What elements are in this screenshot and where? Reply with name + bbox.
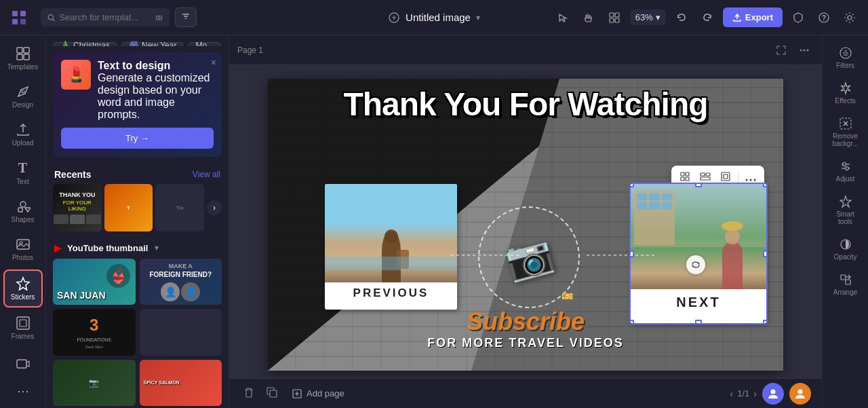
recents-nav-arrow[interactable]: › [207, 200, 222, 215]
search-input[interactable] [59, 12, 151, 22]
left-icon-sidebar: Templates Design Upload T Text [0, 35, 46, 408]
zoom-control[interactable]: 63% ▾ [630, 10, 666, 25]
sidebar-item-design[interactable]: Design [3, 79, 43, 114]
svg-rect-12 [610, 13, 614, 17]
promo-try-button[interactable]: Try → [61, 128, 214, 149]
sidebar-item-frames[interactable]: Frames [3, 310, 43, 346]
sidebar-item-shapes[interactable]: Shapes [3, 193, 43, 229]
handle-bm[interactable] [695, 320, 702, 323]
settings-button[interactable] [840, 8, 860, 27]
smart-tools-icon [839, 195, 852, 208]
handle-mr[interactable] [763, 251, 766, 257]
canvas-inner: Thank You For Watching PREVIOUS [229, 65, 822, 378]
christmas-label: Christmas [73, 41, 110, 46]
handle-tr[interactable] [763, 184, 766, 187]
sidebar-item-templates[interactable]: Templates [3, 41, 43, 76]
svg-text:?: ? [822, 14, 826, 22]
bottom-trash-button[interactable] [240, 384, 258, 404]
promo-description: Generate a customized design based on yo… [98, 72, 214, 121]
thumb-salmon[interactable]: SPICY SALMON [140, 360, 222, 406]
sidebar-item-upload[interactable]: Upload [3, 117, 43, 152]
trash-icon [243, 386, 255, 398]
thumb-foreign[interactable]: MAKE A FOREIGN FRIEND? 👤 👤 [140, 259, 222, 305]
recent-thumb-2[interactable]: T [104, 184, 153, 231]
recent-thumb-3[interactable]: TH [155, 184, 204, 231]
view-button[interactable] [604, 8, 625, 27]
effects-icon [839, 81, 852, 95]
more-dots-icon: ⋯ [17, 384, 29, 398]
float-tb-more[interactable] [741, 170, 760, 186]
right-tool-smart[interactable]: Smart tools [826, 189, 865, 231]
bottom-avatar-2[interactable] [789, 383, 811, 405]
svg-rect-0 [12, 11, 18, 16]
tags-row: 🎄 Christmas 🎆 New Year Mo... [46, 35, 229, 46]
handle-tm[interactable] [695, 184, 702, 187]
handle-ml[interactable] [631, 251, 634, 257]
adjust-icon [839, 160, 852, 173]
handle-bl[interactable] [631, 320, 634, 323]
thumb-empty[interactable] [140, 309, 222, 355]
sidebar-item-stickers[interactable]: Stickers [3, 270, 43, 308]
view-all-button[interactable]: View all [193, 170, 220, 179]
right-tool-opacity[interactable]: Opacity [826, 232, 865, 266]
sidebar-item-more2[interactable]: ⋯ [3, 378, 43, 404]
canvas-expand-button[interactable] [772, 41, 791, 59]
refresh-icon-button[interactable] [686, 255, 705, 274]
thumb-bottom1[interactable]: 📷 [53, 360, 136, 406]
canvas-next-box[interactable]: NEXT [631, 184, 766, 323]
remove-bg-label: Remove backgr... [830, 132, 861, 147]
page-prev-button[interactable]: ‹ [730, 388, 734, 399]
help-button[interactable]: ? [814, 8, 834, 27]
avatar-1-icon [767, 388, 779, 400]
svg-rect-3 [20, 19, 26, 24]
filter-button[interactable] [175, 7, 197, 27]
svg-rect-69 [841, 275, 846, 280]
undo-button[interactable] [671, 8, 692, 27]
svg-point-53 [754, 179, 756, 181]
page-next-button[interactable]: › [753, 388, 757, 399]
smart-label: Smart tools [830, 210, 861, 225]
title-chevron-icon[interactable]: ▾ [476, 13, 480, 22]
right-tool-effects[interactable]: Effects [826, 76, 865, 110]
stickers-label: Stickers [11, 293, 35, 301]
page-label: Page 1 [237, 45, 263, 55]
sidebar-item-more1[interactable] [3, 351, 43, 377]
bottom-copy-button[interactable] [263, 384, 281, 404]
canvas-title: Thank You For Watching [268, 87, 783, 123]
recent-thumb-1[interactable]: THANK YOU FOR YOUR LIKING [53, 184, 102, 231]
right-tool-adjust[interactable]: Adjust [826, 154, 865, 188]
promo-close-button[interactable]: × [211, 57, 216, 68]
handle-tl[interactable] [631, 184, 634, 187]
sidebar-item-photos[interactable]: Photos [3, 231, 43, 267]
tag-more[interactable]: Mo... [188, 42, 221, 46]
select-tool-button[interactable] [553, 8, 573, 27]
video-icon [16, 356, 31, 371]
sidebar-item-text[interactable]: T Text [3, 155, 43, 191]
more-label: Mo... [195, 41, 214, 46]
arrange-icon [839, 273, 852, 286]
export-button[interactable]: Export [723, 7, 783, 27]
add-page-button[interactable]: Add page [286, 385, 350, 403]
tag-newyear[interactable]: 🎆 New Year [121, 42, 184, 46]
bottom-avatar-1[interactable] [762, 383, 784, 405]
shield-button[interactable] [788, 8, 808, 27]
canvas-area: Page 1 [229, 35, 822, 408]
search-bar[interactable] [41, 8, 170, 26]
right-tool-arrange[interactable]: Arrange [826, 267, 865, 301]
svg-rect-49 [722, 172, 730, 181]
hand-tool-button[interactable] [578, 8, 599, 27]
photos-icon [16, 237, 31, 252]
youtube-section-header[interactable]: ▶ YouTube thumbnail ▾ [46, 237, 229, 259]
redo-button[interactable] [697, 8, 717, 27]
youtube-title: YouTube thumbnail [67, 243, 148, 253]
right-tool-filters[interactable]: Filters [826, 41, 865, 75]
thumb-sanjuan[interactable]: SAN JUAN 👙 [53, 259, 136, 305]
right-tool-remove-bg[interactable]: Remove backgr... [826, 111, 865, 153]
main-layout: Templates Design Upload T Text [0, 35, 868, 408]
thumb-dark[interactable]: 3 FOUNDATIONS Dark Skin [53, 309, 136, 355]
handle-br[interactable] [763, 320, 766, 323]
tag-christmas[interactable]: 🎄 Christmas [53, 42, 117, 46]
document-icon [388, 12, 400, 24]
canvas-frame[interactable]: Thank You For Watching PREVIOUS [268, 79, 783, 371]
canvas-more-button[interactable] [795, 41, 814, 59]
